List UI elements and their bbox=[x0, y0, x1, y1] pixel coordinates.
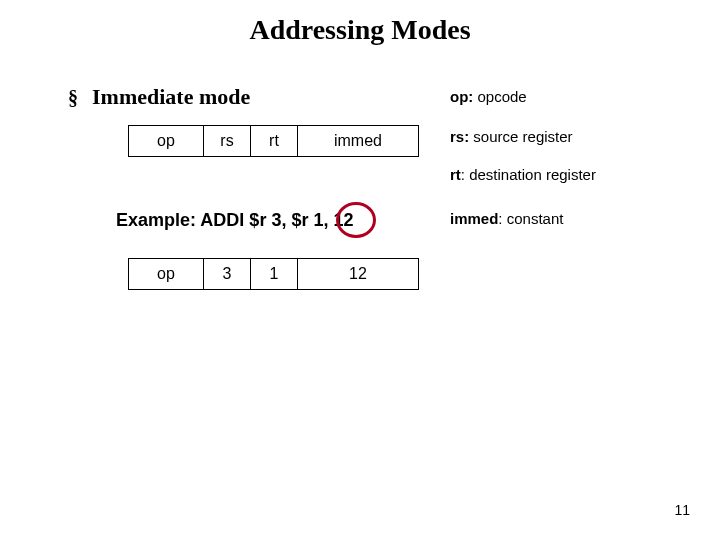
cell-rs: 3 bbox=[204, 259, 251, 290]
instruction-format-table: op rs rt immed bbox=[128, 125, 419, 157]
cell-op: op bbox=[129, 126, 204, 157]
legend-val: : destination register bbox=[461, 166, 596, 183]
table-row: op rs rt immed bbox=[129, 126, 419, 157]
cell-rt: rt bbox=[251, 126, 298, 157]
bullet-glyph: § bbox=[68, 87, 78, 110]
table-row: op 3 1 12 bbox=[129, 259, 419, 290]
cell-rs: rs bbox=[204, 126, 251, 157]
example-values-table: op 3 1 12 bbox=[128, 258, 419, 290]
legend-rs: rs: source register bbox=[450, 128, 573, 145]
page-title: Addressing Modes bbox=[0, 14, 720, 46]
legend-key: rt bbox=[450, 166, 461, 183]
legend-val: source register bbox=[469, 128, 572, 145]
page-number: 11 bbox=[674, 502, 690, 518]
legend-immed: immed: constant bbox=[450, 210, 563, 227]
legend-val: : constant bbox=[498, 210, 563, 227]
cell-immed: immed bbox=[298, 126, 419, 157]
legend-op: op: opcode bbox=[450, 88, 527, 105]
legend-rt: rt: destination register bbox=[450, 166, 596, 183]
cell-op: op bbox=[129, 259, 204, 290]
cell-rt: 1 bbox=[251, 259, 298, 290]
example-line: Example: ADDI $r 3, $r 1, 12 bbox=[116, 210, 353, 231]
legend-key: immed bbox=[450, 210, 498, 227]
legend-key: op: bbox=[450, 88, 473, 105]
section-subtitle: Immediate mode bbox=[92, 84, 250, 110]
cell-immed: 12 bbox=[298, 259, 419, 290]
legend-val: opcode bbox=[473, 88, 526, 105]
legend-key: rs: bbox=[450, 128, 469, 145]
